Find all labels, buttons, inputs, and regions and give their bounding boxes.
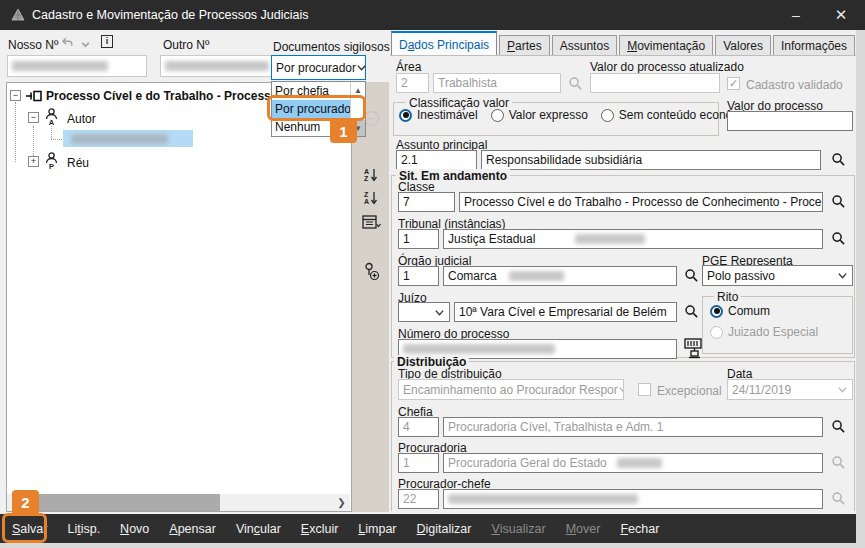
- combobox-value: Por procurador: [276, 61, 356, 75]
- scroll-right-icon[interactable]: ❯: [333, 494, 350, 511]
- nosso-no-label: Nosso Nº: [8, 38, 58, 52]
- process-node-icon: [26, 90, 42, 102]
- radio-button[interactable]: [710, 305, 723, 318]
- pin-add-icon[interactable]: [359, 261, 383, 281]
- valor-atualizado-label: Valor do processo atualizado: [590, 60, 744, 74]
- procuradoria-name-input[interactable]: Procuradoria Geral do Estado: [443, 453, 823, 473]
- radio-juizado-especial: Juizado Especial: [710, 325, 818, 339]
- litisp-button[interactable]: Litisp.: [57, 515, 110, 543]
- assunto-name-input[interactable]: Responsabilidade subsidiária: [481, 150, 821, 170]
- juizo-name-input[interactable]: 10ª Vara Cível e Empresarial de Belém: [454, 302, 677, 322]
- chevron-down-icon: [356, 62, 366, 73]
- area-search-icon[interactable]: [568, 76, 583, 91]
- outro-no-input[interactable]: [160, 55, 277, 77]
- procurador-chefe-search-icon[interactable]: [831, 491, 846, 506]
- redacted-value: [575, 234, 645, 244]
- digitalizar-button[interactable]: Digitalizar: [407, 515, 482, 543]
- note-icon[interactable]: i: [101, 35, 113, 48]
- radio-button[interactable]: [491, 109, 504, 122]
- tribunal-code-input[interactable]: 1: [398, 229, 439, 249]
- tribunal-search-icon[interactable]: [831, 231, 846, 246]
- procurador-chefe-code-input[interactable]: 22: [398, 489, 439, 509]
- sort-az-icon[interactable]: AZ: [359, 165, 383, 185]
- cadastro-validado-checkbox[interactable]: ✓: [727, 77, 740, 90]
- juizo-combobox[interactable]: [398, 302, 450, 322]
- apensar-button[interactable]: Apensar: [159, 515, 226, 543]
- assunto-search-icon[interactable]: [831, 152, 846, 167]
- tree-collapse-autor[interactable]: −: [28, 112, 39, 123]
- visualizar-button: Visualizar: [481, 515, 555, 543]
- window-edge: [856, 30, 865, 548]
- excepcional-checkbox[interactable]: [638, 383, 651, 396]
- procuradoria-code-input[interactable]: 1: [398, 453, 439, 473]
- procuradoria-search-icon[interactable]: [831, 455, 846, 470]
- tab-bar: Dados PrincipaisPartesAssuntosMovimentaç…: [391, 32, 855, 56]
- minimize-button[interactable]: –: [779, 0, 813, 30]
- sort-za-icon[interactable]: ZA: [359, 188, 383, 208]
- chevron-down-icon[interactable]: [80, 39, 91, 50]
- tree-node-reu[interactable]: Réu: [67, 156, 89, 170]
- fechar-button[interactable]: Fechar: [610, 515, 669, 543]
- tab-informacoes[interactable]: Informações: [773, 35, 855, 56]
- tree-connector: [51, 126, 52, 139]
- assunto-code-input[interactable]: 2.1: [396, 150, 477, 170]
- valor-processo-input[interactable]: [727, 111, 853, 131]
- tribunal-name-input[interactable]: Justiça Estadual: [443, 229, 823, 249]
- svg-text:A: A: [49, 118, 55, 126]
- limpar-button[interactable]: Limpar: [348, 515, 406, 543]
- tab-movimentacao[interactable]: Movimentação: [619, 35, 713, 56]
- tipo-distribuicao-combobox[interactable]: Encaminhamento ao Procurador Respor: [398, 379, 624, 400]
- tree-expand-reu[interactable]: +: [28, 156, 39, 167]
- barcode-icon[interactable]: [683, 337, 705, 359]
- area-code-input[interactable]: 2: [396, 73, 429, 93]
- action-bar: SalvarLitisp.NovoApensarVincularExcluirL…: [0, 514, 856, 543]
- scrollbar-thumb[interactable]: [24, 494, 220, 511]
- radio-button[interactable]: [601, 109, 614, 122]
- undo-icon[interactable]: [60, 36, 74, 50]
- juizo-search-icon[interactable]: [684, 304, 699, 319]
- documentos-sigilosos-combobox[interactable]: Por procurador: [271, 55, 366, 80]
- chefia-code-input[interactable]: 4: [398, 417, 439, 437]
- tab-assuntos[interactable]: Assuntos: [552, 35, 617, 56]
- excepcional-label: Excepcional: [657, 384, 722, 398]
- tab-partes[interactable]: Partes: [499, 35, 550, 56]
- chefia-search-icon[interactable]: [831, 419, 846, 434]
- tree-root-label[interactable]: Processo Cível e do Trabalho - Processo …: [46, 89, 289, 103]
- radio-valor-expresso[interactable]: Valor expresso: [491, 108, 588, 122]
- tree-connector: [15, 102, 16, 162]
- data-input[interactable]: 24/11/2019: [727, 379, 853, 400]
- callout-ring-1: [267, 95, 366, 121]
- orgao-name-input[interactable]: Comarca: [443, 266, 677, 286]
- area-name-input[interactable]: Trabalhista: [433, 73, 561, 93]
- tab-dados-principais[interactable]: Dados Principais: [391, 31, 497, 56]
- callout-ring-2: [2, 513, 47, 543]
- pge-representa-combobox[interactable]: Polo passivo: [702, 265, 853, 286]
- valor-atualizado-input[interactable]: [590, 73, 720, 93]
- chevron-down-icon: [618, 384, 624, 395]
- procurador-chefe-name-input[interactable]: [443, 489, 823, 509]
- orgao-search-icon[interactable]: [684, 268, 699, 283]
- calendar-down-icon[interactable]: [359, 212, 383, 232]
- chevron-down-icon: [837, 384, 848, 395]
- tab-page-border: [390, 55, 856, 56]
- radio-inestimavel[interactable]: Inestimável: [399, 108, 478, 122]
- tree-selected-party[interactable]: [63, 130, 193, 147]
- tab-valores[interactable]: Valores: [715, 35, 771, 56]
- chefia-name-input[interactable]: Procuradoria Cível, Trabalhista e Adm. 1: [443, 417, 823, 437]
- tree-collapse-root[interactable]: −: [10, 90, 21, 101]
- classe-search-icon[interactable]: [831, 194, 846, 209]
- redacted-value: [617, 458, 662, 468]
- excluir-button[interactable]: Excluir: [291, 515, 349, 543]
- radio-label: Valor expresso: [509, 108, 588, 122]
- vincular-button[interactable]: Vincular: [226, 515, 291, 543]
- radio-comum[interactable]: Comum: [710, 304, 818, 318]
- close-button[interactable]: ✕: [824, 0, 858, 30]
- radio-button[interactable]: [399, 109, 412, 122]
- nosso-no-input[interactable]: [7, 55, 147, 77]
- novo-button[interactable]: Novo: [110, 515, 159, 543]
- classe-name-input[interactable]: Processo Cível e do Trabalho - Processo …: [459, 192, 823, 212]
- orgao-code-input[interactable]: 1: [398, 266, 439, 286]
- rito-label: Rito: [714, 290, 741, 304]
- tree-node-autor[interactable]: Autor: [67, 112, 96, 126]
- classe-code-input[interactable]: 7: [398, 192, 455, 212]
